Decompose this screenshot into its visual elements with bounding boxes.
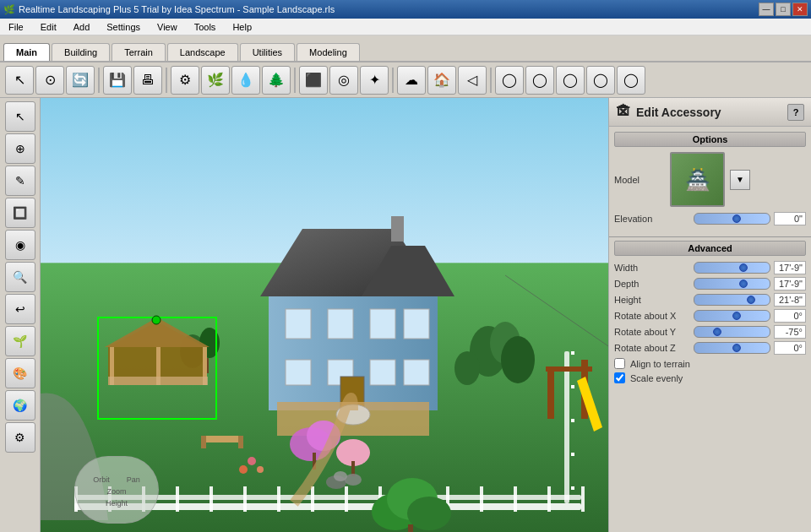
svg-rect-25 — [571, 453, 574, 456]
depth-label: Depth — [614, 279, 690, 289]
height-slider[interactable] — [694, 294, 770, 306]
sidebar-undo[interactable]: ↩ — [5, 294, 35, 324]
tab-utilities[interactable]: Utilities — [240, 43, 295, 61]
menu-help[interactable]: Help — [227, 20, 257, 34]
sidebar-edit[interactable]: ✎ — [5, 166, 35, 196]
tab-building[interactable]: Building — [52, 43, 110, 61]
svg-point-45 — [454, 351, 480, 385]
rotate-z-slider[interactable] — [694, 342, 770, 354]
tab-landscape[interactable]: Landscape — [167, 43, 238, 61]
elevation-slider[interactable] — [694, 213, 770, 225]
maximize-button[interactable]: □ — [776, 3, 791, 16]
svg-rect-39 — [391, 216, 404, 242]
height-slider-thumb — [747, 296, 755, 304]
align-terrain-checkbox[interactable] — [614, 358, 625, 369]
elevation-label: Elevation — [614, 214, 690, 224]
height-label: Height — [614, 295, 690, 305]
sidebar-terrain[interactable]: 🌍 — [5, 390, 35, 421]
sidebar-config[interactable]: ⚙ — [5, 422, 35, 453]
tool-landscape[interactable]: 🌿 — [201, 66, 230, 95]
tab-terrain[interactable]: Terrain — [112, 43, 166, 61]
menu-view[interactable]: View — [152, 20, 182, 34]
tab-modeling[interactable]: Modeling — [297, 43, 360, 61]
tool-select[interactable]: ↖ — [5, 66, 34, 95]
align-terrain-label[interactable]: Align to terrain — [630, 359, 690, 369]
nav-zoom-label: Zoom — [106, 487, 126, 496]
svg-rect-77 — [201, 436, 243, 442]
sidebar-point[interactable]: ◉ — [5, 230, 35, 260]
close-button[interactable]: ✕ — [792, 3, 808, 16]
rotate-y-value: -75° — [774, 325, 806, 339]
model-dropdown-button[interactable]: ▼ — [730, 170, 750, 190]
svg-point-66 — [257, 466, 264, 473]
sidebar-select[interactable]: ↖ — [5, 101, 35, 132]
sidebar-plant[interactable]: 🌱 — [5, 326, 35, 356]
model-preview[interactable]: 🏯 — [670, 152, 725, 207]
width-slider[interactable] — [694, 262, 770, 274]
panel-icon: 🏚 — [616, 103, 631, 121]
tool-mode4[interactable]: ◯ — [586, 66, 615, 95]
menu-settings[interactable]: Settings — [101, 20, 145, 34]
tool-square[interactable]: ⬛ — [299, 66, 328, 95]
svg-rect-75 — [108, 377, 208, 385]
tool-water[interactable]: 💧 — [231, 66, 260, 95]
tool-circle[interactable]: ◎ — [329, 66, 358, 95]
menu-add[interactable]: Add — [68, 20, 95, 34]
svg-point-76 — [152, 316, 161, 324]
model-icon: 🏯 — [685, 168, 710, 192]
tool-mode1[interactable]: ◯ — [495, 66, 524, 95]
tool-cloud[interactable]: ☁ — [397, 66, 426, 95]
tool-back[interactable]: ◁ — [458, 66, 487, 95]
svg-rect-19 — [547, 486, 551, 512]
scale-evenly-checkbox[interactable] — [614, 372, 625, 383]
height-row: Height 21'-8" — [614, 293, 806, 307]
viewport[interactable]: Orbit Pan Zoom Height — [41, 98, 608, 532]
width-slider-thumb — [739, 263, 748, 272]
tool-orbit[interactable]: ⊙ — [35, 66, 64, 95]
scale-evenly-label[interactable]: Scale evenly — [630, 373, 683, 383]
tool-home[interactable]: 🏠 — [427, 66, 456, 95]
section-divider — [609, 236, 811, 237]
svg-rect-30 — [370, 309, 395, 339]
rotate-x-slider-thumb — [732, 312, 741, 320]
tool-star[interactable]: ✦ — [360, 66, 389, 95]
svg-rect-46 — [547, 368, 554, 419]
tool-mode2[interactable]: ◯ — [525, 66, 554, 95]
svg-rect-10 — [243, 486, 247, 512]
scale-evenly-row: Scale evenly — [614, 372, 806, 383]
svg-point-57 — [407, 497, 451, 530]
tool-mode5[interactable]: ◯ — [617, 66, 645, 95]
svg-rect-8 — [176, 486, 179, 512]
tool-mode3[interactable]: ◯ — [556, 66, 585, 95]
rotate-y-slider[interactable] — [694, 326, 770, 338]
depth-value: 17'-9" — [774, 277, 806, 290]
rotate-z-slider-thumb — [732, 344, 741, 352]
tool-refresh[interactable]: 🔄 — [66, 66, 95, 95]
sidebar-rect[interactable]: 🔲 — [5, 198, 35, 228]
depth-slider[interactable] — [694, 278, 770, 290]
minimize-button[interactable]: — — [759, 3, 774, 16]
tool-save[interactable]: 💾 — [103, 66, 132, 95]
panel-scroll[interactable]: Options Model 🏯 ▼ Elevation 0" — [609, 127, 811, 532]
svg-rect-13 — [345, 486, 348, 512]
navigation-overlay[interactable]: Orbit Pan Zoom Height — [74, 456, 159, 524]
menu-tools[interactable]: Tools — [189, 20, 221, 34]
tool-print[interactable]: 🖶 — [133, 66, 162, 95]
svg-rect-22 — [571, 351, 574, 355]
tool-settings[interactable]: ⚙ — [171, 66, 199, 95]
help-button[interactable]: ? — [787, 104, 804, 121]
sidebar-add[interactable]: ⊕ — [5, 133, 35, 164]
right-panel: 🏚 Edit Accessory ? Options Model 🏯 ▼ — [608, 98, 811, 532]
rotate-y-label: Rotate about Y — [614, 327, 690, 337]
tab-main[interactable]: Main — [3, 43, 50, 61]
tool-tree[interactable]: 🌲 — [262, 66, 291, 95]
width-row: Width 17'-9" — [614, 261, 806, 274]
rotate-x-value: 0° — [774, 309, 806, 323]
menu-file[interactable]: File — [3, 20, 29, 34]
svg-rect-35 — [404, 360, 429, 385]
rotate-x-slider[interactable] — [694, 310, 770, 322]
menu-edit[interactable]: Edit — [35, 20, 62, 34]
sidebar-paint[interactable]: 🎨 — [5, 358, 35, 388]
toolbar: ↖ ⊙ 🔄 💾 🖶 ⚙ 🌿 💧 🌲 ⬛ ◎ ✦ ☁ 🏠 ◁ ◯ ◯ ◯ ◯ ◯ — [0, 62, 811, 98]
sidebar-zoom[interactable]: 🔍 — [5, 262, 35, 292]
